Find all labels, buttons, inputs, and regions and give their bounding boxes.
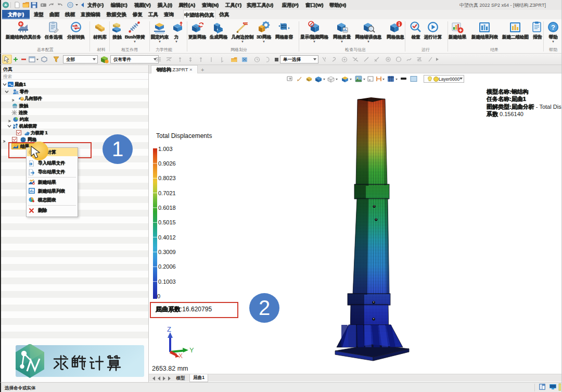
- svg-text:Y: Y: [189, 346, 194, 354]
- svg-text:0.7021: 0.7021: [158, 190, 176, 196]
- svg-text:0: 0: [157, 293, 160, 299]
- svg-text:Z: Z: [167, 325, 171, 333]
- svg-text:?: ?: [551, 23, 555, 31]
- svg-text:0.2006: 0.2006: [158, 263, 176, 270]
- svg-text:0.5015: 0.5015: [158, 219, 176, 225]
- svg-text:X: X: [178, 352, 183, 360]
- svg-text:0.1003: 0.1003: [158, 279, 176, 285]
- svg-text:1.003: 1.003: [158, 146, 173, 152]
- svg-text:0.9026: 0.9026: [158, 160, 176, 167]
- svg-text:0.6018: 0.6018: [158, 205, 176, 211]
- svg-text:0.3009: 0.3009: [158, 249, 176, 255]
- svg-text:0.8023: 0.8023: [158, 175, 176, 181]
- svg-text:0.4012: 0.4012: [158, 234, 176, 241]
